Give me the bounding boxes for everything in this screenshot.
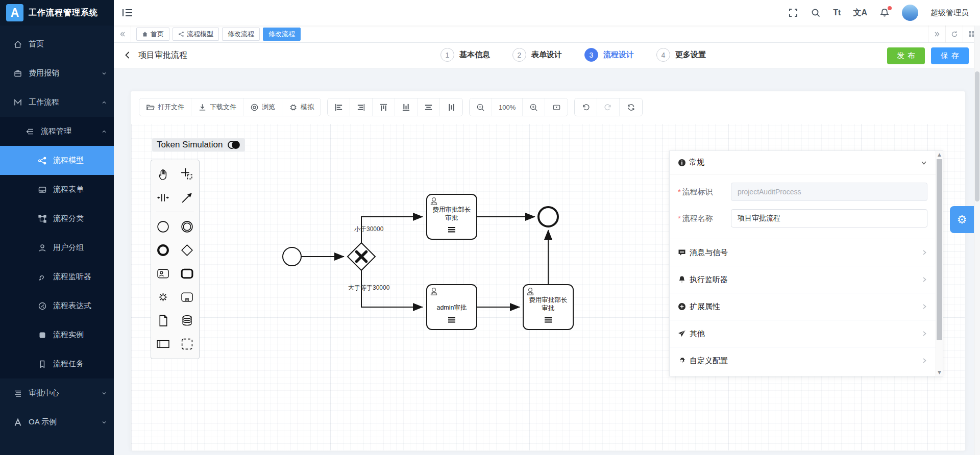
align-right-button[interactable] [350, 98, 373, 116]
section-custom-config[interactable]: 自定义配置 [670, 347, 936, 374]
zoom-in-button[interactable] [523, 98, 545, 116]
bpmn-canvas[interactable]: Token Simulation [131, 124, 965, 450]
approval-center-icon [13, 389, 22, 398]
panel-scrollbar-thumb[interactable] [937, 159, 942, 340]
sidebar-item-label: 流程模型 [53, 156, 84, 165]
sidebar-item-process-task[interactable]: 流程任务 [0, 349, 114, 378]
section-general[interactable]: 常规 [670, 151, 936, 174]
window-scrollbar-thumb[interactable] [975, 71, 979, 201]
page-actions: 发布 保存 [887, 47, 969, 64]
step-number: 4 [656, 48, 670, 62]
chevron-right-icon [921, 331, 927, 337]
zoom-fit-button[interactable] [545, 98, 568, 116]
exclusive-gateway[interactable] [348, 243, 375, 270]
sidebar-submenu-process: 流程管理 流程模型 流程表单 流程分类 用户分组 [0, 117, 114, 378]
tabs-refresh-icon[interactable] [945, 26, 963, 42]
section-message-signal[interactable]: 消息与信号 [670, 239, 936, 266]
process-name-input[interactable] [731, 209, 927, 228]
zoom-in-icon [529, 103, 538, 112]
tab-edit-process-active[interactable]: 修改流程 [263, 28, 301, 41]
search-icon[interactable] [811, 8, 821, 18]
field-process-name: *流程名称 [678, 209, 927, 228]
scroll-down-icon[interactable]: ▼ [936, 370, 943, 375]
panel-settings-toggle[interactable]: ⚙ [950, 206, 974, 233]
tab-edit-process[interactable]: 修改流程 [222, 28, 260, 41]
step-process-design[interactable]: 3 流程设计 [584, 48, 634, 62]
username[interactable]: 超级管理员 [930, 8, 969, 18]
sidebar-collapse-icon[interactable] [122, 8, 133, 17]
end-event[interactable] [538, 207, 558, 226]
sidebar-item-approval-center[interactable]: 审批中心 [0, 378, 114, 408]
sidebar-item-label: 工作流程 [29, 97, 59, 107]
undo-button[interactable] [575, 98, 597, 116]
user-avatar[interactable] [902, 5, 918, 21]
process-task-icon [38, 360, 47, 369]
user-task-dept-leader-approve[interactable]: 费用审批部长 审批 [427, 194, 477, 239]
tabs-scroll-left-icon[interactable] [114, 26, 131, 42]
back-icon[interactable] [123, 50, 132, 60]
tab-home[interactable]: 首页 [136, 28, 169, 41]
required-mark: * [678, 214, 681, 222]
start-event[interactable] [283, 247, 301, 266]
zoom-out-button[interactable] [470, 98, 492, 116]
zoom-level[interactable]: 100% [492, 98, 523, 116]
align-bottom-icon [402, 103, 410, 112]
scroll-up-icon[interactable]: ▲ [936, 152, 943, 157]
info-icon [678, 159, 686, 167]
sidebar-item-home[interactable]: 首页 [0, 30, 114, 59]
notification-bell-icon[interactable] [879, 8, 890, 18]
sidebar-item-process-manage[interactable]: 流程管理 [0, 117, 114, 146]
step-basic-info[interactable]: 1 基本信息 [440, 48, 490, 62]
step-form-design[interactable]: 2 表单设计 [512, 48, 562, 62]
content-area: 打开文件 下载文件 浏览 模拟 [114, 68, 980, 455]
step-number: 1 [440, 48, 454, 62]
font-size-icon[interactable]: Tt [833, 8, 841, 18]
tab-process-model[interactable]: 流程模型 [173, 28, 219, 41]
sidebar-item-process-expression[interactable]: 流程表达式 [0, 291, 114, 320]
process-key-input[interactable] [731, 183, 927, 201]
sidebar-item-user-group[interactable]: 用户分组 [0, 233, 114, 262]
sidebar-item-label: 流程任务 [53, 359, 84, 369]
preview-button[interactable]: 浏览 [243, 98, 282, 116]
align-middle-button[interactable] [440, 98, 462, 116]
align-center-button[interactable] [418, 98, 440, 116]
download-file-button[interactable]: 下载文件 [191, 98, 243, 116]
language-icon[interactable]: 文A [853, 8, 867, 18]
align-bottom-button[interactable] [395, 98, 418, 116]
save-button[interactable]: 保存 [931, 47, 969, 64]
sidebar-item-oa-demo[interactable]: OA 示例 [0, 408, 114, 437]
sidebar-item-process-form[interactable]: 流程表单 [0, 175, 114, 204]
user-task-dept-leader-approve-2[interactable]: 费用审批部长 审批 [523, 285, 573, 330]
step-more-settings[interactable]: 4 更多设置 [656, 48, 706, 62]
window-scrollbar[interactable] [974, 26, 980, 455]
open-file-button[interactable]: 打开文件 [139, 98, 191, 116]
section-other[interactable]: 其他 [670, 320, 936, 347]
section-extended-attributes[interactable]: 扩展属性 [670, 293, 936, 320]
fullscreen-icon[interactable] [788, 8, 798, 18]
align-left-button[interactable] [328, 98, 350, 116]
tabs-scroll-right-icon[interactable] [928, 26, 945, 42]
sidebar-item-process-category[interactable]: 流程分类 [0, 204, 114, 233]
plus-circle-icon [678, 302, 686, 311]
sidebar-item-process-listener[interactable]: 流程监听器 [0, 262, 114, 291]
tab-label: 修改流程 [228, 30, 254, 39]
edge-label-less-than[interactable]: 小于30000 [354, 225, 384, 233]
section-execution-listener[interactable]: 执行监听器 [670, 266, 936, 293]
sidebar-item-workflow[interactable]: 工作流程 [0, 88, 114, 117]
panel-scrollbar[interactable]: ▲ ▼ [936, 151, 943, 376]
simulate-icon [289, 103, 298, 112]
reset-button[interactable] [620, 98, 642, 116]
publish-button[interactable]: 发布 [887, 47, 925, 64]
sidebar-item-expense[interactable]: 费用报销 [0, 59, 114, 88]
user-task-admin-approve[interactable]: admin审批 [427, 285, 477, 330]
redo-button[interactable] [597, 98, 620, 116]
sidebar-item-process-instance[interactable]: 流程实例 [0, 320, 114, 349]
app-window: A 工作流程管理系统 首页 费用报销 工作流程 流程管理 [0, 0, 980, 455]
chevron-down-icon [920, 159, 927, 166]
sidebar-item-process-model[interactable]: 流程模型 [0, 146, 114, 175]
align-top-button[interactable] [373, 98, 395, 116]
edge-label-greater-equal[interactable]: 大于等于30000 [348, 284, 390, 291]
simulate-button[interactable]: 模拟 [282, 98, 321, 116]
step-label: 流程设计 [603, 50, 634, 60]
sidebar-item-label: 流程监听器 [53, 272, 91, 282]
